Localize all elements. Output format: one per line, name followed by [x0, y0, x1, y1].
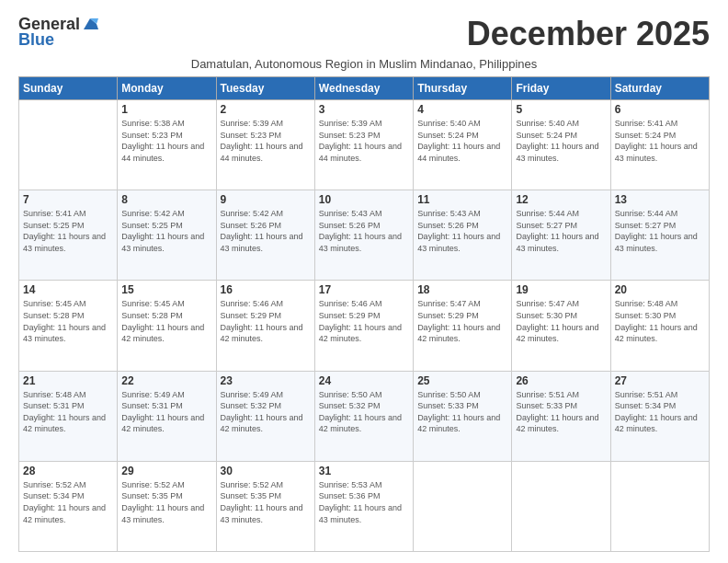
logo-icon: [82, 17, 98, 31]
calendar-cell: [512, 461, 610, 551]
day-info: Sunrise: 5:52 AMSunset: 5:35 PMDaylight:…: [121, 479, 211, 525]
day-number: 16: [221, 283, 311, 296]
weekday-header-thursday: Thursday: [414, 77, 512, 100]
calendar-cell: 13Sunrise: 5:44 AMSunset: 5:27 PMDayligh…: [610, 190, 709, 281]
calendar-cell: 7Sunrise: 5:41 AMSunset: 5:25 PMDaylight…: [19, 190, 118, 281]
calendar-cell: 6Sunrise: 5:41 AMSunset: 5:24 PMDaylight…: [610, 100, 709, 190]
day-number: 2: [221, 103, 311, 116]
day-number: 26: [516, 374, 606, 387]
calendar-week-row: 28Sunrise: 5:52 AMSunset: 5:34 PMDayligh…: [19, 461, 710, 551]
day-info: Sunrise: 5:41 AMSunset: 5:25 PMDaylight:…: [23, 208, 113, 254]
day-number: 30: [221, 465, 311, 477]
day-number: 18: [417, 283, 507, 296]
day-number: 1: [121, 103, 211, 116]
day-info: Sunrise: 5:47 AMSunset: 5:30 PMDaylight:…: [516, 298, 606, 344]
day-number: 4: [417, 103, 507, 116]
month-title: December 2025: [467, 15, 710, 53]
calendar-cell: 30Sunrise: 5:52 AMSunset: 5:35 PMDayligh…: [216, 461, 314, 551]
day-info: Sunrise: 5:46 AMSunset: 5:29 PMDaylight:…: [221, 298, 311, 344]
logo-blue-text: Blue: [18, 30, 54, 50]
title-block: December 2025: [467, 15, 710, 53]
calendar-week-row: 21Sunrise: 5:48 AMSunset: 5:31 PMDayligh…: [19, 371, 710, 461]
day-info: Sunrise: 5:45 AMSunset: 5:28 PMDaylight:…: [23, 298, 113, 344]
calendar-week-row: 7Sunrise: 5:41 AMSunset: 5:25 PMDaylight…: [19, 190, 710, 281]
day-info: Sunrise: 5:45 AMSunset: 5:28 PMDaylight:…: [121, 298, 211, 344]
day-number: 29: [121, 465, 211, 477]
day-info: Sunrise: 5:52 AMSunset: 5:35 PMDaylight:…: [221, 479, 311, 525]
day-info: Sunrise: 5:38 AMSunset: 5:23 PMDaylight:…: [121, 118, 211, 164]
calendar-cell: 16Sunrise: 5:46 AMSunset: 5:29 PMDayligh…: [216, 281, 314, 371]
day-info: Sunrise: 5:40 AMSunset: 5:24 PMDaylight:…: [417, 118, 507, 164]
day-info: Sunrise: 5:44 AMSunset: 5:27 PMDaylight:…: [615, 208, 705, 254]
day-info: Sunrise: 5:51 AMSunset: 5:34 PMDaylight:…: [615, 389, 705, 435]
calendar-cell: 9Sunrise: 5:42 AMSunset: 5:26 PMDaylight…: [216, 190, 314, 281]
calendar-header-row: SundayMondayTuesdayWednesdayThursdayFrid…: [19, 77, 710, 100]
day-info: Sunrise: 5:44 AMSunset: 5:27 PMDaylight:…: [516, 208, 606, 254]
day-number: 3: [319, 103, 409, 116]
calendar-cell: 12Sunrise: 5:44 AMSunset: 5:27 PMDayligh…: [512, 190, 610, 281]
calendar-cell: 27Sunrise: 5:51 AMSunset: 5:34 PMDayligh…: [610, 371, 709, 461]
day-number: 12: [516, 193, 606, 206]
weekday-header-monday: Monday: [118, 77, 216, 100]
day-info: Sunrise: 5:52 AMSunset: 5:34 PMDaylight:…: [23, 479, 113, 525]
calendar-cell: [19, 100, 118, 190]
day-number: 13: [615, 193, 705, 206]
calendar-week-row: 14Sunrise: 5:45 AMSunset: 5:28 PMDayligh…: [19, 281, 710, 371]
day-info: Sunrise: 5:49 AMSunset: 5:32 PMDaylight:…: [221, 389, 311, 435]
day-number: 23: [221, 374, 311, 387]
weekday-header-tuesday: Tuesday: [216, 77, 314, 100]
day-info: Sunrise: 5:40 AMSunset: 5:24 PMDaylight:…: [516, 118, 606, 164]
day-number: 22: [121, 374, 211, 387]
day-number: 20: [615, 283, 705, 296]
day-number: 28: [23, 465, 113, 477]
day-info: Sunrise: 5:39 AMSunset: 5:23 PMDaylight:…: [221, 118, 311, 164]
calendar-cell: 3Sunrise: 5:39 AMSunset: 5:23 PMDaylight…: [314, 100, 413, 190]
day-number: 17: [319, 283, 409, 296]
day-number: 14: [23, 283, 113, 296]
calendar-cell: 10Sunrise: 5:43 AMSunset: 5:26 PMDayligh…: [314, 190, 413, 281]
calendar-cell: 25Sunrise: 5:50 AMSunset: 5:33 PMDayligh…: [414, 371, 512, 461]
day-number: 19: [516, 283, 606, 296]
day-number: 15: [121, 283, 211, 296]
day-info: Sunrise: 5:53 AMSunset: 5:36 PMDaylight:…: [319, 479, 409, 525]
day-number: 27: [615, 374, 705, 387]
calendar-cell: 1Sunrise: 5:38 AMSunset: 5:23 PMDaylight…: [118, 100, 216, 190]
day-info: Sunrise: 5:50 AMSunset: 5:33 PMDaylight:…: [417, 389, 507, 435]
calendar-cell: 22Sunrise: 5:49 AMSunset: 5:31 PMDayligh…: [118, 371, 216, 461]
day-number: 24: [319, 374, 409, 387]
calendar-cell: 4Sunrise: 5:40 AMSunset: 5:24 PMDaylight…: [414, 100, 512, 190]
day-number: 10: [319, 193, 409, 206]
calendar-cell: 14Sunrise: 5:45 AMSunset: 5:28 PMDayligh…: [19, 281, 118, 371]
day-info: Sunrise: 5:46 AMSunset: 5:29 PMDaylight:…: [319, 298, 409, 344]
day-info: Sunrise: 5:51 AMSunset: 5:33 PMDaylight:…: [516, 389, 606, 435]
calendar-cell: 28Sunrise: 5:52 AMSunset: 5:34 PMDayligh…: [19, 461, 118, 551]
page: General Blue December 2025 Damatulan, Au…: [0, 0, 728, 563]
calendar-cell: 21Sunrise: 5:48 AMSunset: 5:31 PMDayligh…: [19, 371, 118, 461]
day-number: 31: [319, 465, 409, 477]
day-number: 25: [417, 374, 507, 387]
day-number: 6: [615, 103, 705, 116]
day-info: Sunrise: 5:49 AMSunset: 5:31 PMDaylight:…: [121, 389, 211, 435]
calendar-cell: 31Sunrise: 5:53 AMSunset: 5:36 PMDayligh…: [314, 461, 413, 551]
calendar-cell: 29Sunrise: 5:52 AMSunset: 5:35 PMDayligh…: [118, 461, 216, 551]
calendar-cell: [414, 461, 512, 551]
day-info: Sunrise: 5:42 AMSunset: 5:26 PMDaylight:…: [221, 208, 311, 254]
day-number: 9: [221, 193, 311, 206]
calendar-cell: 5Sunrise: 5:40 AMSunset: 5:24 PMDaylight…: [512, 100, 610, 190]
weekday-header-wednesday: Wednesday: [314, 77, 413, 100]
weekday-header-sunday: Sunday: [19, 77, 118, 100]
calendar-table: SundayMondayTuesdayWednesdayThursdayFrid…: [18, 76, 710, 552]
day-number: 21: [23, 374, 113, 387]
calendar-cell: 18Sunrise: 5:47 AMSunset: 5:29 PMDayligh…: [414, 281, 512, 371]
calendar-cell: [610, 461, 709, 551]
day-info: Sunrise: 5:39 AMSunset: 5:23 PMDaylight:…: [319, 118, 409, 164]
subtitle: Damatulan, Autonomous Region in Muslim M…: [18, 57, 710, 71]
day-number: 7: [23, 193, 113, 206]
day-info: Sunrise: 5:43 AMSunset: 5:26 PMDaylight:…: [417, 208, 507, 254]
day-info: Sunrise: 5:48 AMSunset: 5:30 PMDaylight:…: [615, 298, 705, 344]
day-info: Sunrise: 5:48 AMSunset: 5:31 PMDaylight:…: [23, 389, 113, 435]
calendar-cell: 17Sunrise: 5:46 AMSunset: 5:29 PMDayligh…: [314, 281, 413, 371]
calendar-cell: 11Sunrise: 5:43 AMSunset: 5:26 PMDayligh…: [414, 190, 512, 281]
calendar-cell: 15Sunrise: 5:45 AMSunset: 5:28 PMDayligh…: [118, 281, 216, 371]
day-number: 5: [516, 103, 606, 116]
